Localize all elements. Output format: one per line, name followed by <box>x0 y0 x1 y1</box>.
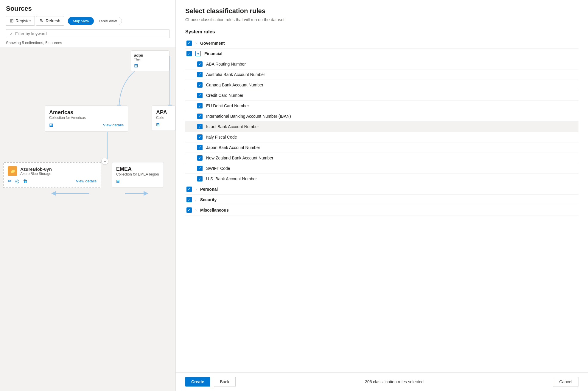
checkbox-personal[interactable] <box>186 187 192 192</box>
blob-edit-icon[interactable]: ✏ <box>8 178 12 184</box>
label-credit-card: Credit Card Number <box>206 93 243 98</box>
collapse-button[interactable]: − <box>101 158 108 165</box>
rule-item-iban: International Banking Account Number (IB… <box>185 111 578 122</box>
map-view-button[interactable]: Map view <box>68 17 94 25</box>
register-button[interactable]: ⊞ Register <box>6 16 35 26</box>
checkbox-italy[interactable] <box>197 134 203 140</box>
checkbox-swift[interactable] <box>197 166 203 171</box>
apac-sub: Colle <box>156 116 171 120</box>
label-swift: SWIFT Code <box>206 166 230 171</box>
cancel-button[interactable]: Cancel <box>553 377 578 387</box>
right-footer: Create Back 206 classification rules sel… <box>176 372 588 391</box>
checkbox-government[interactable] <box>186 41 192 46</box>
label-new-zealand: New Zealand Bank Account Number <box>206 156 273 160</box>
left-header: Sources ⊞ Register ↻ Refresh Map view Ta… <box>0 0 175 29</box>
label-australia: Australia Bank Account Number <box>206 72 265 77</box>
rule-item-new-zealand: New Zealand Bank Account Number <box>185 153 578 163</box>
americas-grid-icon: ⊞ <box>49 122 53 128</box>
rule-item-swift: SWIFT Code <box>185 163 578 174</box>
blob-target-icon[interactable]: ◎ <box>15 178 19 184</box>
label-iban: International Banking Account Number (IB… <box>206 114 291 119</box>
blob-actions: ✏ ◎ 🗑 View details <box>8 178 97 184</box>
view-toggle: Map view Table view <box>68 17 122 25</box>
blob-icon: 📁 <box>8 166 17 176</box>
rule-item-credit-card: Credit Card Number <box>185 90 578 101</box>
checkbox-aba[interactable] <box>197 61 203 67</box>
table-view-button[interactable]: Table view <box>94 17 122 25</box>
blob-type: Azure Blob Storage <box>20 172 52 176</box>
apac-name: APA <box>156 109 171 116</box>
checkbox-eu-debit[interactable] <box>197 103 203 108</box>
checkbox-credit-card[interactable] <box>197 93 203 98</box>
blob-header: 📁 AzureBlob-6yn Azure Blob Storage <box>8 166 97 176</box>
rule-item-israel: Israel Bank Account Number <box>185 122 578 132</box>
rule-item-government: › Government <box>185 38 578 49</box>
rule-item-canada: Canada Bank Account Number <box>185 80 578 90</box>
rule-item-eu-debit: EU Debit Card Number <box>185 101 578 111</box>
label-security: Security <box>200 197 217 202</box>
filter-wrap: ⊿ <box>6 29 169 38</box>
emea-sub: Collection for EMEA region <box>116 172 159 176</box>
checkbox-japan[interactable] <box>197 145 203 150</box>
toolbar: ⊞ Register ↻ Refresh Map view Table view <box>6 16 169 26</box>
adpu-card: adpu The r ⊞ <box>131 50 169 71</box>
rule-item-miscellaneous: › Miscellaneous <box>185 205 578 215</box>
rule-item-personal: › Personal <box>185 184 578 195</box>
refresh-label: Refresh <box>46 18 60 23</box>
rule-item-australia: Australia Bank Account Number <box>185 69 578 80</box>
blob-name: AzureBlob-6yn <box>20 167 52 172</box>
label-japan: Japan Bank Account Number <box>206 145 260 150</box>
checkbox-us-bank[interactable] <box>197 176 203 181</box>
back-button[interactable]: Back <box>214 377 236 387</box>
label-us-bank: U.S. Bank Account Number <box>206 176 257 181</box>
americas-sub: Collection for Americas <box>49 116 124 120</box>
emea-name: EMEA <box>116 166 159 172</box>
create-button[interactable]: Create <box>185 377 210 387</box>
checkbox-israel[interactable] <box>197 124 203 129</box>
label-aba: ABA Routing Number <box>206 62 246 66</box>
panel-title: Select classification rules <box>185 7 578 15</box>
americas-view-details[interactable]: View details <box>103 123 124 127</box>
checkbox-iban[interactable] <box>197 114 203 119</box>
chevron-government[interactable]: › <box>195 41 197 45</box>
right-content: Select classification rules Choose class… <box>176 0 588 372</box>
sources-title: Sources <box>6 5 169 13</box>
checkbox-canada[interactable] <box>197 82 203 88</box>
filter-input[interactable] <box>15 31 166 36</box>
blob-card: 📁 AzureBlob-6yn Azure Blob Storage ✏ ◎ 🗑… <box>3 162 101 188</box>
map-area: adpu The r ⊞ Americas Collection for Ame… <box>0 47 175 391</box>
adpu-icon: ⊞ <box>134 63 166 69</box>
emea-card: EMEA Collection for EMEA region ⊞ <box>112 162 164 187</box>
rule-item-financial: ∨ Financial <box>185 49 578 59</box>
checkbox-new-zealand[interactable] <box>197 155 203 161</box>
blob-view-details[interactable]: View details <box>76 179 97 183</box>
grid-icon-adpu: ⊞ <box>134 63 138 68</box>
filter-icon: ⊿ <box>9 31 13 36</box>
checkbox-security[interactable] <box>186 197 192 202</box>
right-panel: Select classification rules Choose class… <box>176 0 588 391</box>
apac-card: APA Colle ⊞ <box>152 105 175 131</box>
chevron-miscellaneous[interactable]: › <box>195 208 197 212</box>
label-government: Government <box>200 41 225 46</box>
label-eu-debit: EU Debit Card Number <box>206 103 249 108</box>
chevron-security[interactable]: › <box>195 198 197 202</box>
chevron-personal[interactable]: › <box>195 187 197 191</box>
americas-name: Americas <box>49 109 124 116</box>
checkbox-financial[interactable] <box>186 51 192 56</box>
blob-delete-icon[interactable]: 🗑 <box>23 179 28 184</box>
label-italy: Italy Fiscal Code <box>206 135 237 139</box>
refresh-button[interactable]: ↻ Refresh <box>36 16 64 26</box>
rule-item-security: › Security <box>185 195 578 205</box>
checkbox-miscellaneous[interactable] <box>186 207 192 213</box>
showing-text: Showing 5 collections, 5 sources <box>0 41 175 45</box>
chevron-financial[interactable]: ∨ <box>195 51 201 56</box>
americas-card: Americas Collection for Americas ⊞ View … <box>45 105 128 132</box>
selection-count: 206 classification rules selected <box>239 379 550 384</box>
checkbox-australia[interactable] <box>197 72 203 77</box>
blob-name-wrap: AzureBlob-6yn Azure Blob Storage <box>20 167 52 176</box>
refresh-icon: ↻ <box>40 18 44 24</box>
label-personal: Personal <box>200 187 218 192</box>
americas-footer: ⊞ View details <box>49 122 124 128</box>
connectors-svg <box>0 47 175 391</box>
adpu-desc: The r <box>134 58 166 61</box>
